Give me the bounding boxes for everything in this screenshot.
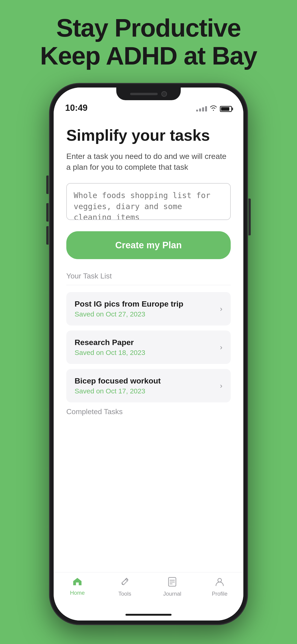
svg-point-5	[218, 578, 222, 582]
status-bar: 10:49	[54, 88, 243, 115]
notch-camera	[162, 91, 167, 97]
tab-tools-label: Tools	[118, 590, 131, 597]
task-item-2-title: Bicep focused workout	[74, 376, 161, 385]
phone-mockup: 10:49	[50, 84, 248, 625]
task-item-0[interactable]: Post IG pics from Europe trip Saved on O…	[66, 292, 231, 326]
tab-journal[interactable]: Journal	[148, 577, 196, 597]
signal-bar-4	[205, 106, 207, 112]
wifi-icon	[210, 105, 217, 113]
task-item-2[interactable]: Bicep focused workout Saved on Oct 17, 2…	[66, 369, 231, 402]
task-list-divider	[66, 285, 231, 285]
create-plan-button[interactable]: Create my Plan	[66, 231, 231, 259]
signal-bar-2	[199, 108, 201, 112]
task-item-1[interactable]: Research Paper Saved on Oct 18, 2023 ›	[66, 330, 231, 364]
tab-journal-label: Journal	[163, 590, 182, 597]
status-icons	[196, 105, 232, 113]
task-item-2-content: Bicep focused workout Saved on Oct 17, 2…	[74, 376, 161, 395]
status-time: 10:49	[65, 103, 196, 113]
completed-tasks-label: Completed Tasks	[66, 408, 231, 416]
task-item-1-content: Research Paper Saved on Oct 18, 2023	[74, 338, 145, 356]
notch-pill	[130, 93, 158, 95]
tab-home[interactable]: Home	[54, 577, 101, 596]
tab-bar: Home Tools	[54, 572, 243, 609]
task-list-label: Your Task List	[66, 272, 231, 280]
svg-point-0	[122, 584, 123, 584]
signal-bar-3	[202, 107, 204, 112]
home-icon	[72, 577, 82, 588]
task-item-2-date: Saved on Oct 17, 2023	[74, 387, 161, 395]
hero-title: Stay Productive Keep ADHD at Bay	[22, 14, 275, 70]
task-item-0-content: Post IG pics from Europe trip Saved on O…	[74, 300, 183, 318]
task-input[interactable]	[66, 183, 231, 220]
phone-screen: 10:49	[54, 88, 243, 620]
tab-profile[interactable]: Profile	[196, 577, 243, 597]
task-item-0-title: Post IG pics from Europe trip	[74, 300, 183, 308]
signal-bar-1	[196, 110, 198, 112]
chevron-right-icon-0: ›	[220, 304, 222, 313]
task-item-1-title: Research Paper	[74, 338, 145, 347]
home-indicator	[54, 609, 243, 620]
chevron-right-icon-1: ›	[220, 343, 222, 352]
page-title: Simplify your tasks	[66, 127, 231, 144]
battery-fill	[221, 107, 229, 111]
tab-home-label: Home	[70, 590, 85, 596]
home-bar	[126, 614, 172, 616]
tools-icon	[120, 577, 130, 589]
notch	[116, 88, 181, 100]
screen-content[interactable]: Simplify your tasks Enter a task you nee…	[54, 115, 243, 572]
signal-bars	[196, 106, 207, 112]
profile-icon	[216, 577, 224, 589]
task-item-0-date: Saved on Oct 27, 2023	[74, 310, 183, 318]
chevron-right-icon-2: ›	[220, 382, 222, 390]
tab-tools[interactable]: Tools	[101, 577, 148, 597]
journal-icon	[168, 577, 176, 589]
task-item-1-date: Saved on Oct 18, 2023	[74, 349, 145, 356]
battery-icon	[220, 106, 232, 112]
tab-profile-label: Profile	[212, 590, 228, 597]
page-subtitle: Enter a task you need to do and we will …	[66, 151, 231, 173]
phone-shell: 10:49	[50, 84, 248, 625]
